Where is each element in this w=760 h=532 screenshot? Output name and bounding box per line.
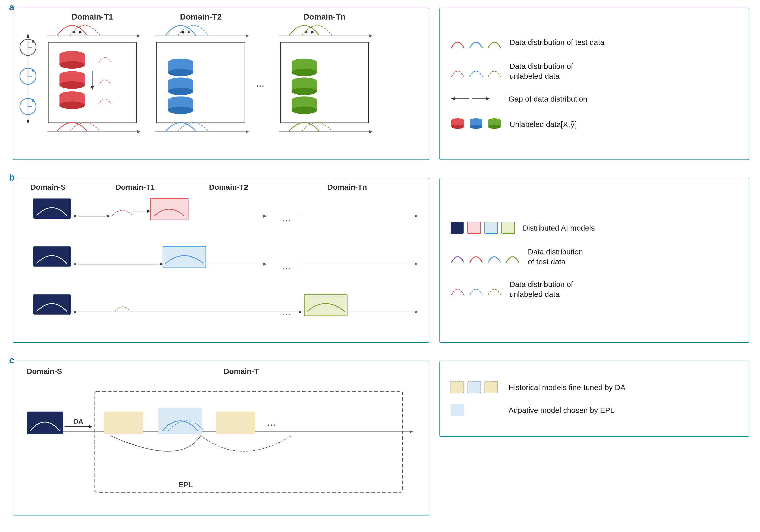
db-tn-1-bottom — [292, 68, 317, 76]
legend-db-blue — [468, 116, 484, 132]
legend-row-test-data: Data distribution of test data — [450, 36, 739, 49]
c-epl-label: EPL — [178, 480, 193, 489]
legend-curve-blue-dashed — [468, 65, 484, 77]
svg-marker-42 — [451, 97, 455, 101]
svg-point-3 — [32, 40, 34, 43]
b-t2-row2-result-box — [163, 246, 206, 268]
ellipsis-dots: ··· — [256, 80, 264, 91]
svg-point-47 — [451, 125, 464, 129]
legend-text-unlabeled-data: Data distribution ofunlabeled data — [509, 61, 573, 81]
b-t1-row3-dashed — [115, 307, 130, 312]
svg-marker-33 — [246, 130, 249, 133]
svg-marker-75 — [299, 311, 302, 314]
section-b-main-panel: b Domain-S Domain-T1 Domain-T2 Domain-Tn… — [13, 178, 429, 343]
legend-icon-gap — [450, 94, 501, 104]
section-c-legend-panel: Historical models fine-tuned by DA Adpat… — [440, 361, 749, 437]
legend-icon-historical-models — [450, 381, 501, 394]
svg-rect-80 — [485, 222, 498, 234]
svg-rect-87 — [468, 381, 481, 393]
legend-box-lightblue-c — [467, 381, 481, 394]
c-domain-s-label: Domain-S — [27, 367, 62, 375]
legend-row-distributed-ai: Distributed AI models — [450, 221, 739, 234]
svg-rect-88 — [485, 381, 498, 393]
legend-icon-b-test-data — [450, 250, 520, 263]
legend-box-lightgreen — [501, 221, 515, 234]
db-t1-3-bottom — [60, 102, 85, 109]
section-b-legend-panel: Distributed AI models Data distributiono… — [440, 178, 749, 343]
section-a-main-panel: a Domain-T1 — [13, 8, 429, 160]
svg-rect-79 — [468, 222, 481, 234]
svg-marker-85 — [89, 425, 92, 428]
legend-curve-purple-solid — [450, 250, 465, 263]
b-tn-row3-result-box — [304, 294, 347, 316]
legend-curve-olive-dashed-b — [487, 283, 502, 295]
svg-marker-63 — [415, 215, 418, 218]
svg-marker-73 — [74, 311, 77, 314]
panel-label-a: a — [7, 2, 16, 13]
domain-tn-label: Domain-Tn — [303, 12, 346, 21]
c-da-label: DA — [74, 418, 83, 425]
legend-curve-red-solid — [450, 36, 465, 49]
legend-box-yellow-dashed-1 — [450, 381, 464, 394]
svg-point-8 — [32, 69, 34, 71]
section-a-legend-panel: Data distribution of test data Data dist… — [440, 8, 749, 160]
bell-dashed-olive-tn-bottom — [302, 123, 332, 131]
legend-curve-olive-solid — [487, 36, 502, 49]
svg-marker-44 — [486, 97, 490, 101]
legend-box-yellow-dashed-2 — [484, 381, 498, 394]
legend-text-gap: Gap of data distribution — [508, 94, 587, 104]
svg-marker-35 — [369, 34, 372, 37]
small-dist-t1-2 — [99, 80, 111, 85]
legend-row-adaptive-model: Adpative model chosen by EPL — [450, 404, 739, 417]
legend-curve-olive-solid-b — [505, 250, 520, 263]
legend-row-b-test-data: Data distributionof test data — [450, 247, 739, 267]
legend-icon-b-unlabeled-data — [450, 283, 502, 295]
c-domain-s-box — [27, 412, 63, 434]
svg-point-53 — [488, 125, 501, 129]
bell-solid-olive-tn-top — [289, 26, 319, 35]
b-domain-s-row3-box — [33, 294, 71, 315]
c-domain-t-dashed-box — [95, 391, 403, 492]
legend-row-historical-models: Historical models fine-tuned by DA — [450, 381, 739, 394]
legend-curve-blue-solid — [468, 36, 484, 49]
bell-solid-blue-t2-bottom — [166, 123, 196, 131]
legend-text-b-test-data: Data distributionof test data — [528, 247, 583, 267]
legend-curve-blue-solid-b — [487, 250, 502, 263]
svg-marker-31 — [188, 30, 191, 33]
svg-marker-16 — [26, 33, 29, 38]
svg-marker-67 — [160, 263, 163, 266]
panel-label-b: b — [7, 172, 17, 183]
bell-dashed-olive-tn-top — [302, 26, 332, 35]
bell-dashed-blue-t2-bottom — [178, 123, 208, 131]
legend-curve-red-solid-b — [468, 250, 484, 263]
section-c-legend-container: Historical models fine-tuned by DA Adpat… — [440, 361, 749, 436]
svg-marker-30 — [181, 30, 184, 33]
legend-curve-olive-dashed — [487, 65, 502, 77]
svg-marker-77 — [415, 311, 418, 314]
b-domain-t1-label: Domain-T1 — [116, 183, 155, 191]
svg-rect-78 — [451, 222, 463, 234]
legend-db-green — [487, 116, 502, 132]
b-t1-row1-dashed-dist — [113, 210, 133, 216]
svg-marker-28 — [246, 34, 249, 37]
svg-point-13 — [32, 100, 34, 102]
legend-row-unlabeled-data: Data distribution ofunlabeled data — [450, 61, 739, 81]
small-dist-t1-3 — [99, 99, 111, 104]
bell-dashed-blue-t2-top — [178, 26, 208, 35]
db-t1-1-bottom — [60, 61, 85, 69]
b-domain-s-row1-box — [33, 199, 71, 219]
bell-solid-red-t1-bottom — [57, 123, 87, 131]
svg-marker-55 — [74, 215, 77, 218]
bell-dashed-red-t1-bottom — [70, 123, 100, 131]
db-t1-2-bottom — [60, 81, 85, 89]
svg-marker-21 — [72, 30, 75, 33]
small-dist-t1-1 — [99, 57, 111, 63]
svg-marker-17 — [26, 120, 29, 124]
bell-solid-blue-t2-top — [166, 26, 196, 35]
legend-text-historical-models: Historical models fine-tuned by DA — [508, 382, 625, 392]
db-t2-2-bottom — [168, 88, 193, 95]
section-b-diagram: Domain-S Domain-T1 Domain-T2 Domain-Tn ·… — [13, 178, 429, 342]
b-domain-t2-label: Domain-T2 — [209, 183, 248, 191]
legend-box-pink — [467, 221, 481, 234]
legend-curve-blue-dashed-b — [468, 283, 484, 295]
